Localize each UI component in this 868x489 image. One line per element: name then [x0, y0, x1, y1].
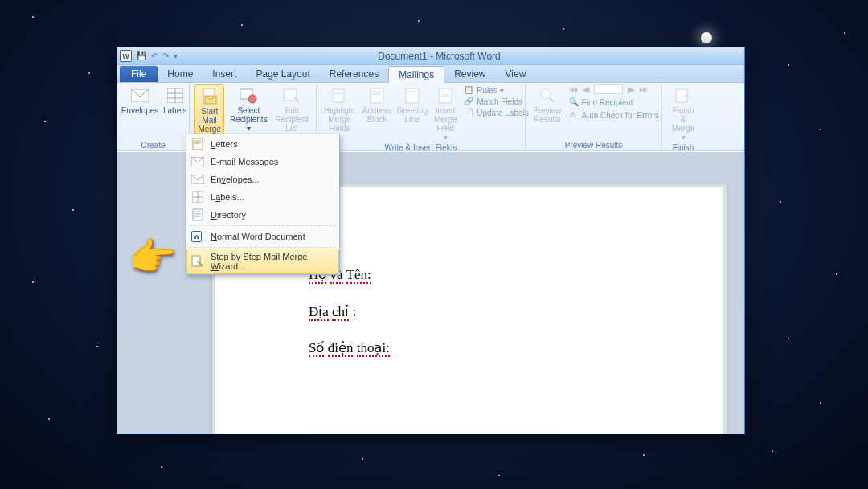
- bright-star: [701, 32, 712, 43]
- envelope-icon: [130, 86, 149, 105]
- doc-line-address: Địa chỉ :: [309, 302, 390, 323]
- letters-icon: [191, 138, 204, 150]
- insert-merge-field-button: Insert Merge Field ▾: [432, 84, 459, 143]
- address-block-button: Address Block: [361, 84, 393, 125]
- prev-record-icon: ◀: [583, 84, 589, 95]
- match-fields-button: 🔗Match Fields: [462, 96, 530, 107]
- update-labels-icon: 📄: [464, 108, 473, 117]
- dd-labels[interactable]: Labels...: [186, 188, 339, 206]
- dd-envelopes-label: Envelopes...: [211, 175, 260, 184]
- svg-rect-30: [193, 209, 203, 220]
- svg-rect-22: [193, 138, 203, 150]
- select-recipients-button[interactable]: Select Recipients ▾: [227, 84, 269, 134]
- title-bar: W 💾 ↶ ↷ ▾ Document1 - Microsoft Word: [117, 47, 744, 65]
- tab-references[interactable]: References: [320, 66, 388, 82]
- auto-check-icon: ⚠: [569, 110, 579, 120]
- email-icon: [191, 155, 204, 168]
- svg-rect-18: [441, 94, 449, 97]
- dd-normal[interactable]: W Normal Word Document: [186, 228, 339, 245]
- tab-page-layout[interactable]: Page Layout: [246, 66, 319, 82]
- auto-check-errors-button: ⚠Auto Check for Errors: [567, 109, 661, 121]
- find-recipient-icon: 🔍: [569, 97, 579, 107]
- match-fields-icon: 🔗: [464, 97, 473, 106]
- word-window: W 💾 ↶ ↷ ▾ Document1 - Microsoft Word Fil…: [117, 47, 745, 434]
- start-mail-merge-dropdown: Letters E-mail Messages Envelopes... Lab…: [186, 134, 340, 275]
- labels-icon: [166, 86, 185, 105]
- tab-insert[interactable]: Insert: [203, 66, 246, 82]
- wizard-icon: [191, 255, 204, 268]
- word-icon: W: [120, 50, 132, 62]
- dd-envelopes[interactable]: Envelopes...: [186, 171, 339, 188]
- first-record-icon: ⏮: [569, 84, 578, 95]
- dd-email-label: E-mail Messages: [211, 157, 278, 166]
- qat-undo-icon[interactable]: ↶: [151, 51, 158, 60]
- svg-point-8: [248, 95, 256, 103]
- pointing-hand-icon: 👉: [129, 234, 177, 280]
- preview-results-icon: [538, 86, 557, 105]
- greeting-line-icon: [403, 86, 422, 105]
- update-labels-button: 📄Update Labels: [462, 107, 530, 118]
- next-record-icon: ▶: [628, 84, 634, 95]
- dd-separator-2: [190, 247, 336, 248]
- quick-access-toolbar: 💾 ↶ ↷ ▾: [137, 51, 178, 60]
- labels-button[interactable]: Labels: [161, 84, 189, 117]
- preview-results-button: Preview Results: [530, 84, 564, 125]
- address-block-icon: [367, 86, 387, 105]
- start-mail-merge-icon: [200, 87, 219, 106]
- select-recipients-icon: [239, 86, 258, 105]
- ribbon-group-preview: Preview Results ⏮ ◀ ▶ ⏭ 🔍Find Recipient …: [526, 83, 662, 150]
- record-number-input: [594, 84, 623, 94]
- find-recipient-button: 🔍Find Recipient: [567, 97, 661, 108]
- tab-file[interactable]: File: [120, 66, 158, 82]
- svg-rect-15: [406, 88, 419, 103]
- word-doc-icon: W: [191, 230, 204, 243]
- rules-button: 📋Rules ▾: [462, 84, 530, 96]
- svg-rect-10: [333, 89, 344, 102]
- svg-rect-11: [334, 92, 342, 95]
- directory-icon: [191, 208, 204, 221]
- finish-merge-icon: [674, 86, 693, 105]
- dd-directory-label: Directory: [211, 210, 246, 220]
- tab-mailings[interactable]: Mailings: [388, 66, 444, 83]
- finish-merge-button: Finish & Merge ▾: [667, 84, 699, 143]
- insert-merge-field-icon: [436, 86, 455, 105]
- edit-recipient-list-icon: [282, 86, 301, 105]
- highlight-icon: [330, 86, 349, 105]
- dd-normal-label: Normal Word Document: [211, 232, 305, 241]
- tab-home[interactable]: Home: [158, 66, 203, 82]
- window-title: Document1 - Microsoft Word: [178, 51, 701, 62]
- qat-save-icon[interactable]: 💾: [137, 51, 146, 60]
- dd-wizard[interactable]: Step by Step Mail Merge Wizard...: [186, 249, 339, 274]
- dd-letters[interactable]: Letters: [186, 135, 339, 153]
- svg-line-20: [550, 98, 554, 102]
- ribbon-tabs: File Home Insert Page Layout References …: [117, 65, 744, 83]
- svg-rect-12: [371, 88, 383, 103]
- dd-directory[interactable]: Directory: [186, 206, 339, 224]
- rules-icon: 📋: [464, 85, 473, 95]
- document-body: Họ và Tên: Địa chỉ : Số điện thoại:: [309, 265, 390, 375]
- ribbon-group-finish: Finish & Merge ▾ Finish: [662, 83, 704, 150]
- labels-dd-icon: [191, 191, 204, 203]
- dd-separator: [190, 225, 336, 226]
- edit-recipient-list-button: Edit Recipient List: [272, 84, 311, 134]
- tab-review[interactable]: Review: [444, 66, 495, 82]
- envelopes-button[interactable]: Envelopes: [122, 84, 158, 117]
- highlight-merge-fields-button: Highlight Merge Fields: [321, 84, 358, 134]
- svg-rect-34: [192, 256, 200, 266]
- dd-email[interactable]: E-mail Messages: [186, 153, 339, 171]
- last-record-icon: ⏭: [639, 84, 648, 95]
- dd-labels-label: Labels...: [211, 192, 244, 202]
- greeting-line-button: Greeting Line: [396, 84, 428, 125]
- svg-point-19: [541, 89, 551, 99]
- doc-line-phone: Số điện thoại:: [309, 338, 390, 359]
- envelopes-dd-icon: [191, 173, 204, 186]
- qat-redo-icon[interactable]: ↷: [162, 51, 169, 60]
- dd-wizard-label: Step by Step Mail Merge Wizard...: [211, 252, 334, 271]
- ribbon-group-create: Envelopes Labels Create: [117, 83, 190, 150]
- tab-view[interactable]: View: [496, 66, 536, 82]
- ribbon-group-write-insert: Highlight Merge Fields Address Block Gre…: [317, 83, 526, 150]
